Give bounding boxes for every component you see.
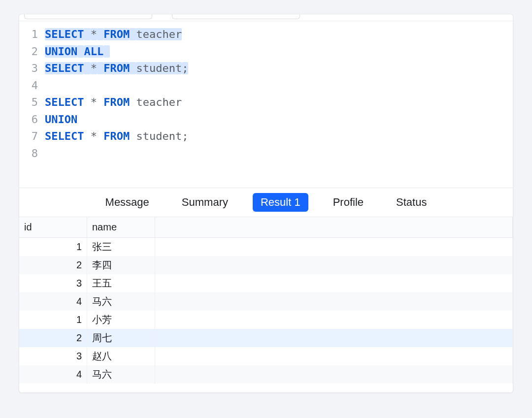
line-number: 8 xyxy=(19,145,38,162)
cell-empty xyxy=(155,347,513,365)
cell-empty xyxy=(155,274,513,292)
cell-empty xyxy=(155,365,513,384)
table-row[interactable]: 1小芳 xyxy=(19,311,513,329)
table-body: 1张三2李四3王五4马六1小芳2周七3赵八4马六 xyxy=(19,238,513,384)
cell-name: 李四 xyxy=(87,256,155,274)
code-line[interactable]: SELECT * FROM teacher xyxy=(45,94,513,111)
cell-id: 4 xyxy=(19,365,87,384)
cell-name: 王五 xyxy=(87,274,155,292)
cell-empty xyxy=(155,329,513,347)
cell-empty xyxy=(155,292,513,311)
cell-name: 周七 xyxy=(87,329,155,347)
tab-summary[interactable]: Summary xyxy=(174,193,236,212)
code-line[interactable] xyxy=(45,77,513,95)
code-line[interactable]: SELECT * FROM teacher xyxy=(45,26,513,43)
cell-id: 2 xyxy=(19,329,87,347)
cell-empty xyxy=(155,238,513,256)
table-row[interactable]: 4马六 xyxy=(19,292,513,311)
line-number: 1 xyxy=(19,26,38,43)
table-row[interactable]: 2周七 xyxy=(19,329,513,347)
toolbar-dropdown-stub[interactable] xyxy=(172,14,300,19)
table-row[interactable]: 2李四 xyxy=(19,256,513,274)
code-line[interactable]: SELECT * FROM student; xyxy=(45,128,513,145)
cell-name: 赵八 xyxy=(87,347,155,365)
table-row[interactable]: 3王五 xyxy=(19,274,513,292)
cell-name: 张三 xyxy=(87,238,155,256)
code-line[interactable]: SELECT * FROM student; xyxy=(45,60,513,77)
code-line[interactable]: UNION ALL xyxy=(45,43,513,61)
table-header-row: id name xyxy=(19,217,513,238)
toolbar-dropdown-stub[interactable] xyxy=(24,14,152,19)
line-number: 3 xyxy=(19,60,38,77)
toolbar xyxy=(19,14,513,21)
col-header-empty xyxy=(155,217,513,237)
tab-profile[interactable]: Profile xyxy=(325,193,371,212)
sql-client-panel: 12345678 SELECT * FROM teacherUNION ALL … xyxy=(19,14,513,393)
tab-message[interactable]: Message xyxy=(98,193,157,212)
cell-id: 4 xyxy=(19,292,87,311)
code-line[interactable]: UNION xyxy=(45,111,513,129)
col-header-id[interactable]: id xyxy=(19,217,87,237)
line-number: 7 xyxy=(19,128,38,145)
line-number: 5 xyxy=(19,94,38,111)
tab-result1[interactable]: Result 1 xyxy=(253,193,308,212)
code-line[interactable] xyxy=(45,145,513,162)
table-row[interactable]: 1张三 xyxy=(19,238,513,256)
cell-id: 1 xyxy=(19,238,87,256)
line-number: 2 xyxy=(19,43,38,61)
cell-id: 1 xyxy=(19,311,87,329)
results-table: id name 1张三2李四3王五4马六1小芳2周七3赵八4马六 xyxy=(19,217,513,384)
cell-empty xyxy=(155,256,513,274)
cell-name: 小芳 xyxy=(87,311,155,329)
table-row[interactable]: 3赵八 xyxy=(19,347,513,365)
col-header-name[interactable]: name xyxy=(87,217,155,237)
cell-id: 3 xyxy=(19,347,87,365)
cell-empty xyxy=(155,311,513,329)
line-number: 4 xyxy=(19,77,38,95)
table-row[interactable]: 4马六 xyxy=(19,365,513,384)
line-number: 6 xyxy=(19,111,38,129)
cell-name: 马六 xyxy=(87,292,155,311)
tab-status[interactable]: Status xyxy=(388,193,434,212)
results-tabbar: Message Summary Result 1 Profile Status xyxy=(19,188,513,217)
cell-id: 2 xyxy=(19,256,87,274)
editor-code[interactable]: SELECT * FROM teacherUNION ALL SELECT * … xyxy=(45,26,513,188)
sql-editor[interactable]: 12345678 SELECT * FROM teacherUNION ALL … xyxy=(19,21,513,188)
cell-id: 3 xyxy=(19,274,87,292)
cell-name: 马六 xyxy=(87,365,155,384)
editor-gutter: 12345678 xyxy=(19,26,45,188)
